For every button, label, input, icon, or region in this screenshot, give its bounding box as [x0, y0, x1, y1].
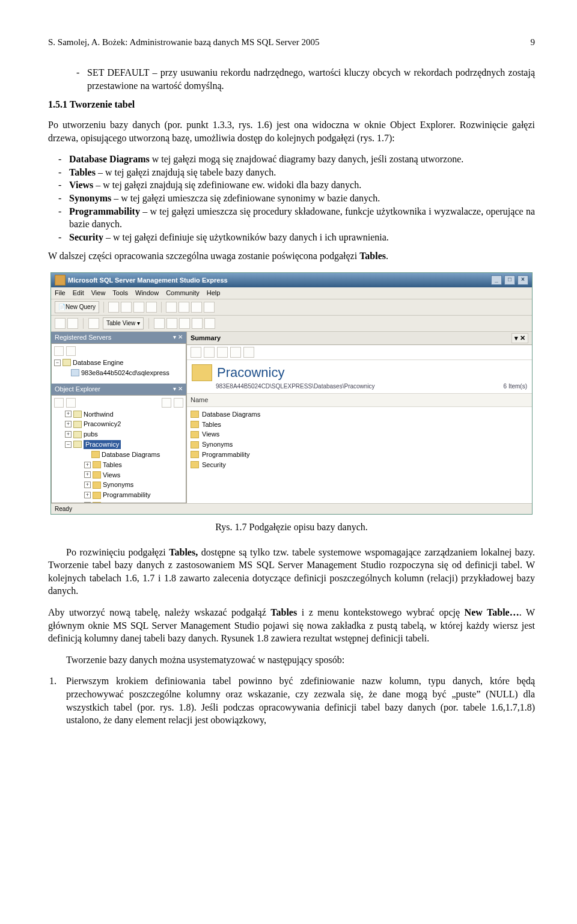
summary-title: Pracownicy	[217, 364, 284, 382]
running-header: S. Samolej, A. Bożek: Administrowanie ba…	[48, 37, 319, 47]
menu-file[interactable]: File	[55, 289, 66, 296]
object-explorer-header: Object Explorer▾ ✕	[51, 384, 186, 395]
folder-icon	[191, 431, 199, 438]
paragraph-2b: Tables	[359, 251, 386, 261]
folder-icon	[191, 411, 199, 418]
summary-tool-icon[interactable]	[191, 347, 201, 358]
reg-icon[interactable]	[66, 346, 76, 356]
toolbar-icon[interactable]	[108, 302, 119, 313]
list-item-label: Database Diagrams	[202, 410, 260, 419]
toolbar-icon[interactable]	[146, 302, 157, 313]
list-item-label: Programmability	[202, 450, 249, 459]
folder-icon	[191, 451, 199, 458]
list-item[interactable]: Security	[191, 460, 528, 470]
oe-icon[interactable]	[162, 398, 171, 408]
folder-icon	[191, 441, 199, 448]
paragraph-1: Po utworzeniu bazy danych (por. punkt 1.…	[48, 118, 535, 144]
nav-icon[interactable]	[204, 318, 215, 329]
minimize-button[interactable]: _	[491, 275, 502, 285]
tree-item[interactable]: +pubs	[65, 429, 183, 439]
summary-toolbar	[187, 345, 532, 360]
nav-icon[interactable]	[88, 318, 99, 329]
tab-close-button[interactable]: ▾ ✕	[511, 333, 528, 343]
summary-tool-icon[interactable]	[217, 347, 228, 358]
toolbar-icon[interactable]	[121, 302, 132, 313]
toolbar-icon[interactable]	[179, 302, 189, 313]
intro-bullet: SET DEFAULT – przy usuwaniu rekordu nadr…	[66, 66, 535, 92]
tree-item[interactable]: +Synonyms	[84, 480, 183, 490]
new-query-button[interactable]: 📄 New Query	[55, 301, 99, 313]
page-number: 9	[531, 36, 536, 48]
toolbar-2: Table View ▾	[51, 316, 532, 332]
column-header-name[interactable]: Name	[187, 394, 532, 407]
paragraph-4: Aby utworzyć nową tabelę, należy wskazać…	[48, 606, 535, 645]
menu-community[interactable]: Community	[166, 289, 200, 296]
list-item-label: Synonyms	[202, 440, 233, 449]
paragraph-3: Po rozwinięciu podgałęzi Tables, dostępn…	[48, 546, 535, 598]
toolbar-icon[interactable]	[204, 302, 215, 313]
paragraph-5: Tworzenie bazy danych można usystematyzo…	[48, 653, 535, 667]
status-bar: Ready	[51, 503, 532, 515]
folder-icon	[191, 421, 199, 428]
tree-item[interactable]: +Pracownicy2	[65, 419, 183, 429]
table-view-dropdown[interactable]: Table View ▾	[103, 317, 144, 329]
nav-icon[interactable]	[67, 318, 78, 329]
tree-item[interactable]: Database Diagrams	[84, 450, 183, 460]
menu-view[interactable]: View	[91, 289, 106, 296]
oe-icon[interactable]	[174, 398, 183, 408]
summary-tab[interactable]: Summary ▾ ✕	[187, 332, 532, 345]
paragraph-2a: W dalszej części opracowania szczególna …	[48, 251, 359, 261]
registered-servers-header: Registered Servers▾ ✕	[51, 332, 186, 343]
object-explorer-panel: +Northwind +Pracownicy2 +pubs −Pracownic…	[51, 395, 186, 503]
menu-help[interactable]: Help	[207, 289, 221, 296]
tree-item[interactable]: 983e8a44b5024cd\sqlexpress	[54, 368, 183, 378]
maximize-button[interactable]: □	[504, 275, 515, 285]
tree-item[interactable]: +Programmability	[84, 490, 183, 500]
summary-tool-icon[interactable]	[230, 347, 241, 358]
list-item[interactable]: Programmability	[191, 450, 528, 460]
reg-icon[interactable]	[54, 346, 64, 356]
toolbar-1: 📄 New Query	[51, 299, 532, 316]
list-item-label: Views	[202, 430, 219, 439]
menubar: FileEditViewToolsWindowCommunityHelp	[51, 287, 532, 299]
oe-icon[interactable]	[54, 398, 64, 408]
nav-icon[interactable]	[166, 318, 177, 329]
numbered-item-1: Pierwszym krokiem definiowania tabel pow…	[59, 675, 535, 726]
feature-bullet: Synonyms – w tej gałęzi umieszcza się zd…	[48, 192, 535, 205]
tree-item[interactable]: +Views	[84, 470, 183, 480]
folder-icon	[191, 461, 199, 468]
list-item[interactable]: Views	[191, 429, 528, 439]
nav-icon[interactable]	[179, 318, 190, 329]
nav-icon[interactable]	[192, 318, 203, 329]
tree-item[interactable]: +Tables	[84, 460, 183, 470]
menu-window[interactable]: Window	[135, 289, 159, 296]
toolbar-icon[interactable]	[166, 302, 177, 313]
tree-item[interactable]: +Security	[84, 500, 183, 503]
window-titlebar: Microsoft SQL Server Management Studio E…	[51, 273, 532, 287]
tree-item[interactable]: +Northwind	[65, 409, 183, 420]
list-item[interactable]: Tables	[191, 420, 528, 430]
summary-tool-icon[interactable]	[204, 347, 215, 358]
list-item[interactable]: Synonyms	[191, 439, 528, 450]
nav-icon[interactable]	[55, 318, 66, 329]
feature-bullet: Security – w tej gałęzi definiuje się uż…	[48, 231, 535, 244]
nav-icon[interactable]	[154, 318, 165, 329]
close-button[interactable]: ×	[517, 275, 528, 285]
toolbar-icon[interactable]	[191, 302, 202, 313]
tree-item[interactable]: −Database Engine	[54, 358, 183, 368]
toolbar-icon[interactable]	[133, 302, 144, 313]
list-item-label: Tables	[202, 420, 221, 429]
app-icon	[55, 275, 66, 286]
list-item[interactable]: Database Diagrams	[191, 409, 528, 420]
menu-edit[interactable]: Edit	[73, 289, 84, 296]
oe-icon[interactable]	[66, 398, 76, 408]
menu-tools[interactable]: Tools	[112, 289, 128, 296]
summary-path: 983E8A44B5024CD\SQLEXPRESS\Databases\Pra…	[216, 382, 375, 391]
section-heading: 1.5.1 Tworzenie tabel	[48, 98, 535, 111]
big-folder-icon	[192, 364, 212, 381]
summary-tool-icon[interactable]	[243, 347, 254, 358]
tree-item-selected[interactable]: −Pracownicy	[65, 439, 183, 450]
window-title: Microsoft SQL Server Management Studio E…	[68, 276, 228, 285]
ssms-screenshot: Microsoft SQL Server Management Studio E…	[50, 272, 533, 515]
registered-servers-panel: −Database Engine 983e8a44b5024cd\sqlexpr…	[51, 343, 186, 384]
